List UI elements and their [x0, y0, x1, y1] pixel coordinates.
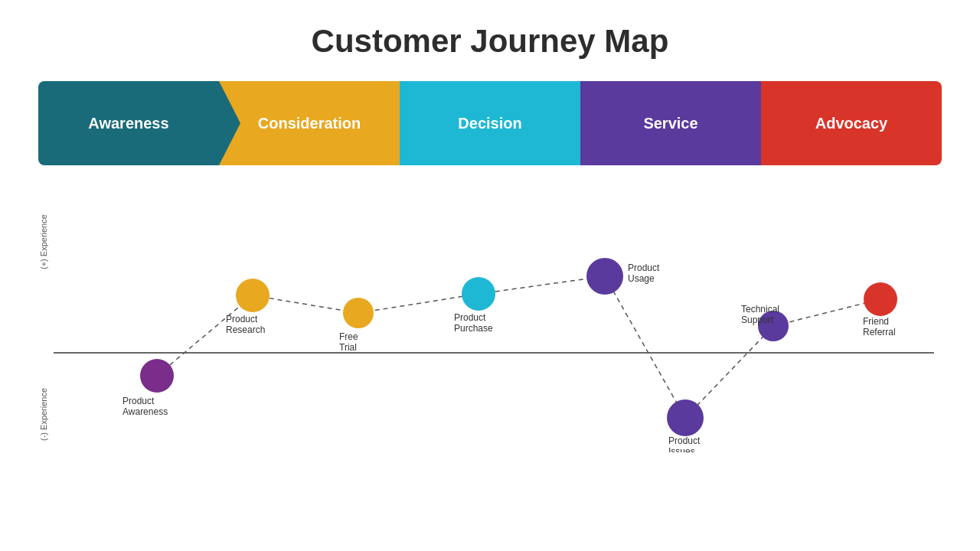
arrow-banner: Awareness Consideration Decision Service…: [38, 81, 942, 165]
label-product-issues: Product: [668, 435, 701, 446]
label-free-trial-2: Trial: [339, 342, 357, 353]
dot-product-issues: [667, 399, 704, 436]
segment-consideration-label: Consideration: [258, 115, 361, 132]
page-title: Customer Journey Map: [38, 23, 942, 60]
label-product-usage-2: Usage: [628, 273, 655, 284]
chart-svg: Product Awareness Product Research Free …: [38, 188, 942, 452]
label-product-research: Product: [226, 314, 258, 324]
label-product-awareness-2: Awareness: [122, 406, 168, 417]
segment-decision: Decision: [400, 81, 580, 165]
label-friend-referral: Friend: [863, 316, 889, 327]
segment-advocacy-label: Advocacy: [815, 115, 888, 132]
label-free-trial: Free: [339, 331, 358, 342]
segment-awareness-label: Awareness: [88, 115, 168, 132]
segment-advocacy: Advocacy: [761, 81, 942, 165]
label-technical-support-2: Support: [741, 315, 774, 325]
label-product-purchase: Product: [454, 312, 486, 323]
svg-line-5: [605, 276, 685, 418]
dot-product-usage: [586, 258, 623, 295]
chart-area: (+) Experience (-) Experience: [38, 188, 942, 452]
label-product-usage: Product: [628, 262, 660, 273]
dot-product-purchase: [462, 277, 495, 311]
label-product-purchase-2: Purchase: [454, 323, 493, 334]
label-friend-referral-2: Referral: [863, 327, 896, 337]
svg-line-3: [358, 294, 479, 313]
dot-product-awareness: [140, 359, 174, 393]
page-container: Customer Journey Map Awareness Considera…: [0, 0, 980, 551]
label-product-issues-2: Issues: [668, 446, 695, 452]
segment-decision-label: Decision: [458, 115, 521, 132]
svg-line-4: [479, 276, 605, 294]
segment-service: Service: [580, 81, 761, 165]
svg-line-1: [157, 295, 253, 376]
dot-friend-referral: [864, 282, 897, 316]
segment-consideration: Consideration: [219, 81, 400, 165]
segment-awareness: Awareness: [38, 81, 219, 165]
label-product-awareness: Product: [122, 396, 155, 406]
segment-service-label: Service: [643, 115, 697, 132]
label-product-research-2: Research: [226, 324, 265, 335]
dot-free-trial: [343, 298, 374, 328]
svg-line-6: [685, 326, 773, 418]
dot-product-research: [236, 279, 270, 312]
label-technical-support: Technical: [741, 304, 779, 315]
